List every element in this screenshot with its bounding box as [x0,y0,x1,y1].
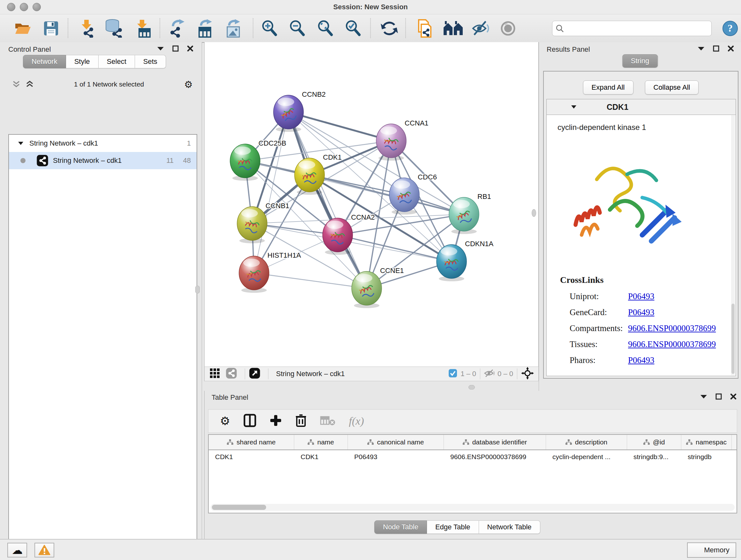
birdseye-navigator-icon[interactable] [521,367,534,381]
show-columns-icon[interactable] [244,414,256,428]
table-cell[interactable]: stringdb:9... [627,450,681,463]
table-cell[interactable]: stringdb [681,450,732,463]
tab-network-table[interactable]: Network Table [479,520,540,534]
close-panel-icon[interactable] [728,45,734,52]
crosslink-link[interactable]: P06493 [628,307,655,317]
network-node-CCNB2[interactable]: CCNB2 [273,90,326,132]
zoom-out-icon[interactable] [289,20,306,37]
network-edge[interactable] [254,112,288,273]
selected-checkbox-icon[interactable] [448,369,457,379]
refresh-view-icon[interactable] [381,20,398,37]
tab-network[interactable]: Network [23,55,66,68]
close-panel-icon[interactable] [730,393,737,400]
network-edge[interactable] [288,112,367,288]
table-horizontal-scrollbar[interactable] [211,504,735,511]
table-row[interactable]: CDK1CDK1P064939606.ENSP00000378699cyclin… [209,450,737,463]
home-icon[interactable] [443,20,463,37]
warning-button[interactable] [35,543,54,557]
apply-function-icon[interactable]: f(x) [349,415,364,427]
search-input[interactable] [564,24,708,33]
tab-node-table[interactable]: Node Table [374,520,427,534]
column-header-database-identifier[interactable]: database identifier [444,435,546,449]
tab-string[interactable]: String [622,54,658,68]
zoom-fit-icon[interactable] [317,20,334,37]
string-share-icon[interactable] [226,368,237,380]
right-splitter-handle[interactable] [532,209,536,217]
delete-column-icon[interactable] [295,414,307,428]
column-header-canonical-name[interactable]: canonical name [348,435,444,449]
horizontal-splitter-handle[interactable] [468,385,475,389]
hide-graphics-details-icon[interactable] [472,20,490,37]
table-scrollbar-thumb[interactable] [212,505,266,510]
export-network-icon[interactable] [166,19,186,38]
show-graphics-details-icon[interactable] [500,20,518,37]
column-header-description[interactable]: description [546,435,627,449]
float-panel-icon[interactable] [713,45,719,52]
column-header-shared-name[interactable]: shared name [209,435,294,449]
delete-table-icon[interactable] [320,415,335,427]
results-scrollbar[interactable] [731,115,735,375]
network-canvas[interactable]: CCNB2 CCNA1 CDC25B CDK1 CDC6 RB1 CCNB1 [204,42,539,367]
column-header-namespac[interactable]: namespac [681,435,732,449]
import-table-from-file-icon[interactable] [133,19,151,38]
import-network-from-database-icon[interactable] [104,19,124,38]
zoom-selected-icon[interactable] [345,20,362,37]
zoom-in-icon[interactable] [261,20,278,37]
network-row-selected[interactable]: String Network – cdk1 11 48 [9,152,197,169]
network-options-gear-icon[interactable]: ⚙ [184,79,193,90]
gene-section-header[interactable]: CDK1 [546,99,736,115]
save-session-icon[interactable] [44,21,59,36]
search-field[interactable] [552,21,712,36]
network-edge[interactable] [310,175,464,214]
export-image-icon[interactable] [224,19,243,38]
table-cell[interactable]: CDK1 [209,450,294,463]
open-session-icon[interactable] [14,21,32,36]
hidden-eye-icon[interactable] [484,369,495,379]
column-header-@id[interactable]: @id [627,435,681,449]
close-panel-icon[interactable] [187,45,193,52]
table-settings-gear-icon[interactable]: ⚙ [220,415,230,428]
expand-all-button[interactable]: Expand All [583,80,633,95]
tab-sets[interactable]: Sets [135,55,166,68]
table-cell[interactable]: cyclin-dependent ... [546,450,627,463]
table-cell[interactable]: P06493 [348,450,444,463]
tab-style[interactable]: Style [66,55,98,68]
panel-menu-icon[interactable] [157,46,164,51]
vertical-splitter-handle[interactable] [195,286,200,294]
cloud-button[interactable]: ☁ [7,543,27,557]
gene-disclosure-icon[interactable] [571,105,577,109]
crosslink-link[interactable]: P06493 [628,355,655,365]
crosslink-link[interactable]: 9606.ENSP00000378699 [628,339,716,349]
network-node-HIST1H1A[interactable]: HIST1H1A [239,251,301,293]
collection-disclosure-icon[interactable] [18,141,23,145]
panel-menu-icon[interactable] [700,394,707,399]
float-panel-icon[interactable] [172,45,179,52]
clone-network-icon[interactable] [414,18,433,38]
help-icon[interactable]: ? [722,20,738,37]
network-edge[interactable] [338,235,452,261]
import-network-from-file-icon[interactable] [77,19,96,38]
network-node-CDKN1A[interactable]: CDKN1A [436,240,494,281]
grid-view-icon[interactable] [210,368,220,380]
open-in-window-icon[interactable] [249,368,260,380]
table-cell[interactable]: 9606.ENSP00000378699 [444,450,546,463]
add-column-icon[interactable] [270,415,282,428]
table-cell[interactable]: CDK1 [294,450,348,463]
network-node-CCNA1[interactable]: CCNA1 [376,119,428,161]
network-collection-row[interactable]: String Network – cdk1 1 [9,135,197,152]
network-edge[interactable] [254,273,367,288]
collapse-all-icon[interactable] [12,80,20,88]
network-node-RB1[interactable]: RB1 [449,192,491,234]
column-header-name[interactable]: name [294,435,348,449]
tab-edge-table[interactable]: Edge Table [427,520,479,534]
memory-button[interactable]: Memory [687,543,736,558]
network-node-CCNB1[interactable]: CCNB1 [237,202,289,243]
export-table-icon[interactable] [195,19,214,38]
expand-all-icon[interactable] [25,80,34,88]
panel-menu-icon[interactable] [697,46,704,51]
string-network-svg[interactable]: CCNB2 CCNA1 CDC25B CDK1 CDC6 RB1 CCNB1 [205,42,538,366]
tab-select[interactable]: Select [98,55,135,68]
crosslink-link[interactable]: 9606.ENSP00000378699 [628,323,716,333]
crosslink-link[interactable]: P06493 [628,292,655,301]
collapse-all-button[interactable]: Collapse All [645,80,699,95]
